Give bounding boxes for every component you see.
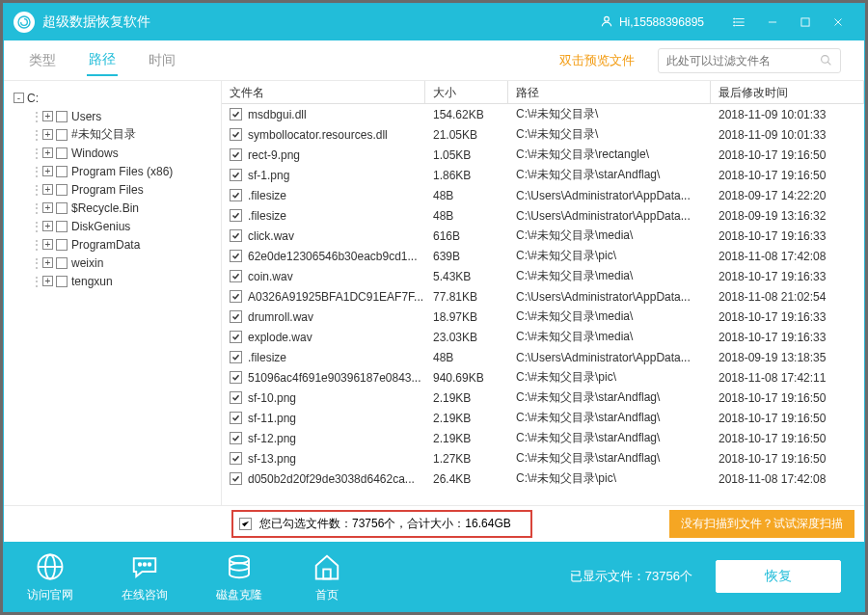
row-checkbox[interactable] [230,108,242,120]
menu-button[interactable] [723,4,756,40]
tree-node[interactable]: ⋮+tengxun [14,272,211,290]
tree-checkbox[interactable] [56,129,68,141]
expand-icon[interactable]: + [42,221,53,231]
tab-path[interactable]: 路径 [87,45,118,76]
maximize-button[interactable] [789,4,822,40]
file-row[interactable]: .filesize48BC:\Users\Administrator\AppDa… [222,205,864,226]
row-checkbox[interactable] [230,432,242,444]
row-checkbox[interactable] [230,169,242,181]
visit-site-button[interactable]: 访问官网 [27,550,73,603]
recover-button[interactable]: 恢复 [716,560,841,593]
tree-node[interactable]: ⋮+Program Files (x86) [14,162,211,180]
tree-node[interactable]: ⋮+#未知父目录 [14,125,211,144]
file-row[interactable]: click.wav616BC:\#未知父目录\media\2018-10-17 … [222,226,864,246]
tree-node[interactable]: -C: [14,89,211,107]
row-checkbox[interactable] [230,209,242,222]
tree-label: Windows [71,147,119,160]
tree-node[interactable]: ⋮+Users [14,107,211,125]
tree-checkbox[interactable] [56,276,68,287]
file-rows[interactable]: msdbgui.dll154.62KBC:\#未知父目录\2018-11-09 … [222,104,864,505]
file-row[interactable]: sf-12.png2.19KBC:\#未知父目录\starAndflag\201… [222,428,864,448]
tree-node[interactable]: ⋮+DiskGenius [14,217,211,235]
row-checkbox[interactable] [230,290,242,303]
file-row[interactable]: drumroll.wav18.97KBC:\#未知父目录\media\2018-… [222,307,864,327]
row-checkbox[interactable] [230,371,242,384]
expand-icon[interactable]: + [42,239,53,250]
cell-path: C:\Users\Administrator\AppData... [516,351,719,364]
expand-icon[interactable]: + [42,276,53,286]
tree-node[interactable]: ⋮+weixin [14,254,211,272]
minimize-button[interactable] [756,4,789,40]
cell-date: 2018-10-17 19:16:50 [719,432,864,445]
tree-checkbox[interactable] [56,166,68,177]
col-name[interactable]: 文件名 [222,81,425,103]
folder-tree[interactable]: -C:⋮+Users⋮+#未知父目录⋮+Windows⋮+Program Fil… [4,81,222,505]
home-button[interactable]: 首页 [311,550,343,603]
col-size[interactable]: 大小 [425,81,508,103]
expand-icon[interactable]: + [42,257,53,268]
deep-scan-hint[interactable]: 没有扫描到文件？试试深度扫描 [669,510,854,538]
expand-icon[interactable]: + [42,111,53,121]
tree-checkbox[interactable] [56,147,68,159]
file-row[interactable]: A0326A91925BFA1DC91EAF7F...77.81KBC:\Use… [222,286,864,307]
tree-checkbox[interactable] [56,257,68,269]
file-row[interactable]: symbollocator.resources.dll21.05KBC:\#未知… [222,124,864,145]
row-checkbox[interactable] [230,472,242,485]
file-row[interactable]: sf-13.png1.27KBC:\#未知父目录\starAndflag\201… [222,448,864,468]
tree-node[interactable]: ⋮+$Recycle.Bin [14,199,211,217]
expand-icon[interactable]: - [14,93,24,103]
expand-icon[interactable]: + [42,129,53,140]
file-row[interactable]: sf-11.png2.19KBC:\#未知父目录\starAndflag\201… [222,408,864,428]
tab-type[interactable]: 类型 [27,46,58,75]
row-checkbox[interactable] [230,412,242,424]
select-all-checkbox[interactable] [239,518,252,530]
col-path[interactable]: 路径 [508,81,711,103]
tree-checkbox[interactable] [56,221,68,232]
tab-time[interactable]: 时间 [147,46,177,75]
tree-checkbox[interactable] [56,184,68,196]
tree-node[interactable]: ⋮+ProgramData [14,235,211,254]
cell-name: 62e0de12306546b30eacb9cd1... [248,250,433,263]
file-row[interactable]: sf-1.png1.86KBC:\#未知父目录\starAndflag\2018… [222,165,864,185]
file-row[interactable]: explode.wav23.03KBC:\#未知父目录\media\2018-1… [222,327,864,347]
file-row[interactable]: msdbgui.dll154.62KBC:\#未知父目录\2018-11-09 … [222,104,864,124]
expand-icon[interactable]: + [42,147,53,158]
cell-path: C:\#未知父目录\media\ [516,268,719,284]
row-checkbox[interactable] [230,128,242,141]
file-row[interactable]: rect-9.png1.05KBC:\#未知父目录\rectangle\2018… [222,145,864,165]
row-checkbox[interactable] [230,250,242,262]
file-row[interactable]: 51096ac4f691e90396187e0843...940.69KBC:\… [222,367,864,388]
row-checkbox[interactable] [230,331,242,343]
cell-size: 1.86KB [433,169,516,182]
tree-checkbox[interactable] [56,239,68,251]
close-button[interactable] [822,4,854,40]
row-checkbox[interactable] [230,270,242,282]
expand-icon[interactable]: + [42,202,53,213]
file-row[interactable]: 62e0de12306546b30eacb9cd1...639BC:\#未知父目… [222,246,864,266]
cell-path: C:\#未知父目录\starAndflag\ [516,410,719,426]
row-checkbox[interactable] [230,229,242,242]
file-row[interactable]: coin.wav5.43KBC:\#未知父目录\media\2018-10-17… [222,266,864,286]
search-box[interactable] [658,48,841,73]
row-checkbox[interactable] [230,452,242,465]
file-row[interactable]: .filesize48BC:\Users\Administrator\AppDa… [222,347,864,367]
file-row[interactable]: d050b2d20f29de3038d6462ca...26.4KBC:\#未知… [222,468,864,489]
svg-point-5 [734,18,735,19]
tree-node[interactable]: ⋮+Program Files [14,180,211,199]
row-checkbox[interactable] [230,351,242,363]
file-row[interactable]: .filesize48BC:\Users\Administrator\AppDa… [222,185,864,205]
file-row[interactable]: sf-10.png2.19KBC:\#未知父目录\starAndflag\201… [222,388,864,408]
row-checkbox[interactable] [230,148,242,161]
tree-checkbox[interactable] [56,111,68,122]
expand-icon[interactable]: + [42,184,53,195]
row-checkbox[interactable] [230,391,242,404]
expand-icon[interactable]: + [42,166,53,176]
tree-node[interactable]: ⋮+Windows [14,144,211,162]
search-input[interactable] [666,54,820,67]
col-date[interactable]: 最后修改时间 [711,81,864,103]
tree-checkbox[interactable] [56,202,68,214]
disk-clone-button[interactable]: 磁盘克隆 [216,550,262,603]
online-chat-button[interactable]: 在线咨询 [122,550,168,603]
row-checkbox[interactable] [230,310,242,323]
row-checkbox[interactable] [230,189,242,201]
